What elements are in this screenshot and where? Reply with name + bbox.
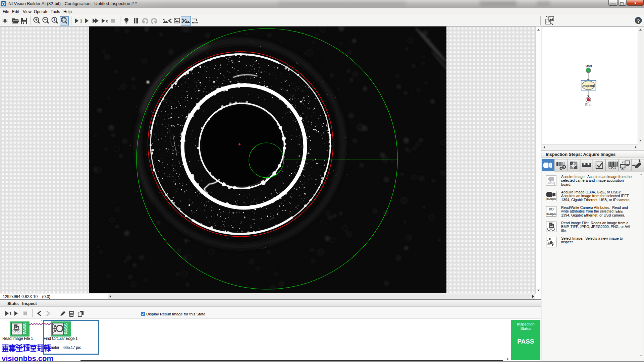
svg-text:1: 1 [9,311,12,316]
svg-text:1: 1 [53,18,55,22]
svg-text:x: x [106,19,108,23]
svg-text:IMAQdx: IMAQdx [546,213,556,216]
svg-text:1: 1 [80,18,82,23]
svg-text:I/O: I/O [549,207,554,211]
svg-text:x: x [634,1,637,5]
svg-text:?: ? [637,18,640,24]
svg-text:IMAQ: IMAQ [547,181,555,185]
svg-text:IMAQdx: IMAQdx [546,197,556,200]
